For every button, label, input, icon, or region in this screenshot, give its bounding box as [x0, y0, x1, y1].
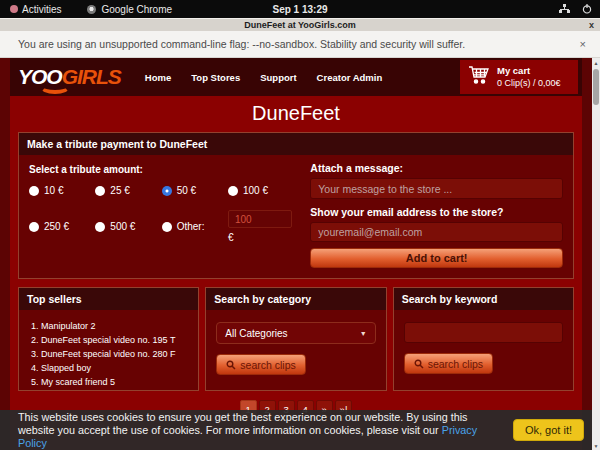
notification-bar: You are using an unsupported command-lin… — [0, 31, 600, 58]
cookie-text-body: This website uses cookies to ensure you … — [18, 411, 468, 436]
search-category-header: Search by category — [206, 288, 385, 310]
app-menu-google-chrome[interactable]: Google Chrome — [87, 4, 172, 15]
tribute-panel: Make a tribute payment to DuneFeet Selec… — [18, 132, 574, 279]
activities-label: Activities — [22, 4, 61, 15]
nav-item-top-stores[interactable]: Top Stores — [191, 72, 240, 83]
top-sellers-list: Manipulator 2 DuneFeet special video no.… — [41, 319, 198, 389]
radio-icon — [29, 222, 39, 232]
logo-text-2: GIRLS — [62, 66, 121, 88]
category-select[interactable]: All Categories ▼ — [216, 322, 375, 344]
add-to-cart-button[interactable]: Add to cart! — [310, 248, 563, 268]
radio-icon — [162, 222, 172, 232]
clock[interactable]: Sep 1 13:29 — [272, 4, 327, 15]
chevron-down-icon: ▼ — [360, 330, 367, 337]
currency-symbol: € — [228, 232, 294, 243]
activities-button[interactable]: Activities — [10, 4, 61, 15]
logo-smile-icon — [40, 80, 70, 94]
amount-label: Select a tribute amount: — [29, 164, 294, 175]
notification-close-icon[interactable]: × — [580, 38, 586, 50]
search-clips-label: search clips — [428, 358, 483, 370]
amount-option-label: 100 € — [243, 185, 268, 196]
cookie-consent-bar: This website uses cookies to ensure you … — [0, 410, 592, 450]
nav-item-home[interactable]: Home — [145, 72, 171, 83]
message-input[interactable] — [310, 178, 563, 199]
email-input[interactable] — [310, 222, 563, 242]
top-seller-item[interactable]: My scared friend 5 — [41, 375, 198, 389]
power-icon[interactable] — [582, 4, 592, 14]
other-amount-input[interactable] — [228, 210, 292, 228]
message-label: Attach a message: — [310, 162, 563, 174]
radio-icon — [95, 186, 105, 196]
page-title: DuneFeet — [10, 96, 582, 129]
app-menu-label: Google Chrome — [101, 4, 172, 15]
search-clips-label: search clips — [240, 359, 295, 371]
system-bar: Activities Google Chrome Sep 1 13:29 — [0, 0, 600, 18]
top-seller-item[interactable]: Manipulator 2 — [41, 319, 198, 333]
amount-option-label: 250 € — [44, 221, 69, 232]
chrome-icon — [87, 5, 96, 14]
window-title-bar: DuneFeet at YooGirls.com x — [0, 18, 600, 31]
top-sellers-panel: Top sellers Manipulator 2 DuneFeet speci… — [18, 287, 199, 391]
amount-option-label: 50 € — [177, 185, 196, 196]
scroll-down-icon[interactable]: ▼ — [592, 441, 600, 450]
browser-viewport: YOOGIRLS Home Top Stores Support Creator… — [0, 58, 600, 450]
nav-item-creator-admin[interactable]: Creator Admin — [317, 72, 383, 83]
tribute-panel-header: Make a tribute payment to DuneFeet — [19, 133, 573, 155]
search-category-panel: Search by category All Categories ▼ sear… — [205, 287, 386, 391]
my-cart-button[interactable]: My cart 0 Clip(s) / 0,00€ — [460, 60, 578, 94]
amount-option-label: 25 € — [110, 185, 129, 196]
search-icon — [414, 359, 424, 369]
amount-option-250[interactable]: 250 € — [29, 210, 95, 243]
site-header: YOOGIRLS Home Top Stores Support Creator… — [10, 58, 582, 96]
top-seller-item[interactable]: DuneFeet special video no. 195 T — [41, 333, 198, 347]
cart-status: 0 Clip(s) / 0,00€ — [497, 77, 561, 89]
amount-option-label: 10 € — [44, 185, 63, 196]
scroll-up-icon[interactable]: ▲ — [592, 58, 600, 67]
site-logo[interactable]: YOOGIRLS — [18, 66, 121, 88]
search-clips-category-button[interactable]: search clips — [216, 354, 305, 375]
cookie-text: This website uses cookies to ensure you … — [18, 411, 503, 450]
radio-icon — [95, 222, 105, 232]
cart-title: My cart — [497, 65, 561, 77]
amount-option-25[interactable]: 25 € — [95, 185, 161, 196]
network-icon[interactable] — [559, 4, 570, 14]
screen: Activities Google Chrome Sep 1 13:29 Dun… — [0, 0, 600, 450]
notification-text: You are using an unsupported command-lin… — [18, 38, 580, 50]
cookie-ok-button[interactable]: Ok, got it! — [513, 419, 584, 441]
window-title: DuneFeet at YooGirls.com — [244, 20, 356, 30]
search-keyword-header: Search by keyword — [394, 288, 573, 310]
window-close-icon[interactable]: x — [589, 20, 594, 30]
email-label: Show your email address to the store? — [310, 206, 563, 218]
top-seller-item[interactable]: DuneFeet special video no. 280 F — [41, 347, 198, 361]
amount-option-100[interactable]: 100 € — [228, 185, 294, 196]
amount-option-label: Other: — [177, 221, 205, 232]
scrollbar[interactable]: ▲ ▼ — [592, 58, 600, 450]
activities-icon — [10, 5, 18, 13]
main-nav: Home Top Stores Support Creator Admin — [145, 72, 382, 83]
amount-option-50[interactable]: 50 € — [162, 185, 228, 196]
radio-icon — [228, 186, 238, 196]
radio-icon — [162, 186, 172, 196]
amount-option-500[interactable]: 500 € — [95, 210, 161, 243]
radio-icon — [29, 186, 39, 196]
amount-option-label: 500 € — [110, 221, 135, 232]
nav-item-support[interactable]: Support — [260, 72, 296, 83]
amount-option-other[interactable]: Other: — [162, 210, 228, 243]
top-seller-item[interactable]: Slapped boy — [41, 361, 198, 375]
search-keyword-panel: Search by keyword search clips — [393, 287, 574, 391]
amount-option-10[interactable]: 10 € — [29, 185, 95, 196]
content-wrapper: YOOGIRLS Home Top Stores Support Creator… — [10, 58, 582, 450]
keyword-input[interactable] — [404, 322, 563, 343]
scrollbar-thumb[interactable] — [593, 69, 599, 105]
amount-options: 10 € 25 € 50 € 100 € 250 € 500 € Other: … — [29, 185, 294, 243]
cart-icon — [468, 65, 490, 89]
search-icon — [226, 360, 236, 370]
category-select-value: All Categories — [225, 328, 287, 339]
search-clips-keyword-button[interactable]: search clips — [404, 353, 493, 374]
top-sellers-header: Top sellers — [19, 288, 198, 310]
